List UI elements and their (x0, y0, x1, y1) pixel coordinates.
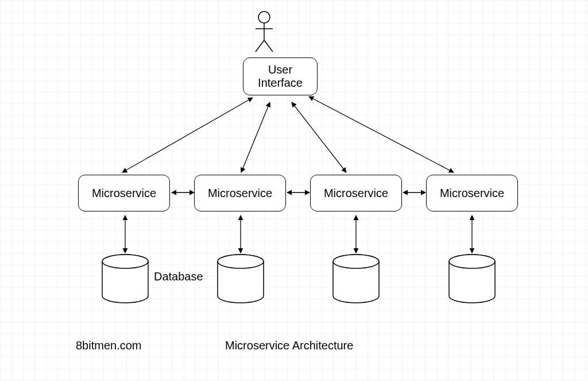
connector-ui-ms1 (122, 98, 253, 172)
svg-point-6 (102, 255, 148, 268)
svg-line-4 (264, 40, 273, 52)
diagram-title: Microservice Architecture (225, 339, 353, 352)
microservice-box-4: Microservice (426, 175, 518, 211)
microservice-box-1: Microservice (78, 175, 170, 211)
svg-point-8 (218, 255, 264, 268)
microservice-box-2: Microservice (194, 175, 286, 211)
connector-ui-ms4 (309, 97, 454, 172)
database-label: Database (154, 270, 203, 283)
database-cylinder-1 (102, 255, 148, 303)
svg-line-3 (256, 40, 264, 52)
microservice-box-3: Microservice (310, 175, 402, 211)
svg-point-12 (449, 255, 495, 268)
user-actor-icon (256, 11, 273, 52)
svg-point-10 (333, 255, 379, 268)
attribution-label: 8bitmen.com (76, 339, 142, 352)
database-cylinder-4 (449, 255, 495, 303)
svg-point-0 (258, 11, 270, 23)
connector-ui-ms3 (292, 102, 346, 172)
connector-ui-ms2 (241, 102, 270, 172)
database-cylinder-2 (218, 255, 264, 303)
database-cylinder-3 (333, 255, 379, 303)
user-interface-box: User Interface (243, 57, 318, 95)
